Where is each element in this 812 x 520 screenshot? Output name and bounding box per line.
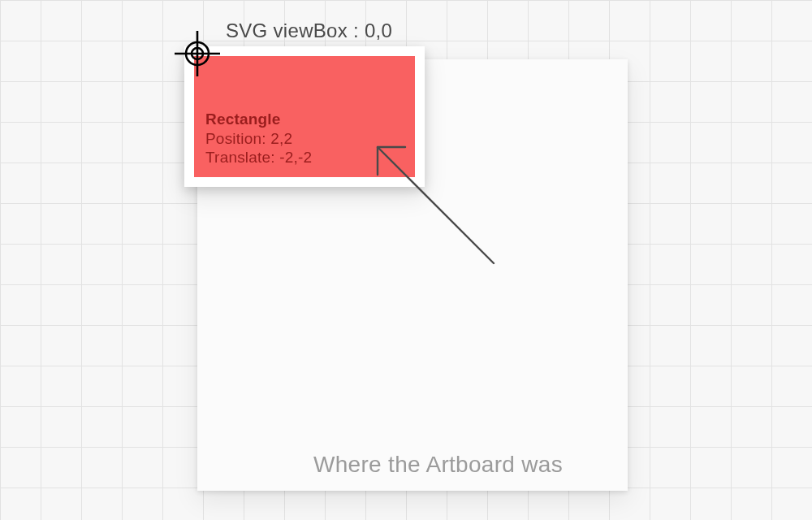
diagram-stage: Where the Artboard was Rectangle Positio… xyxy=(0,0,812,520)
viewbox-origin-label: SVG viewBox : 0,0 xyxy=(226,20,392,42)
translated-rectangle-card: Rectangle Position: 2,2 Translate: -2,-2 xyxy=(184,46,425,187)
rectangle-position: Position: 2,2 xyxy=(205,130,292,147)
rectangle-title: Rectangle xyxy=(205,110,312,129)
rectangle-fill: Rectangle Position: 2,2 Translate: -2,-2 xyxy=(194,56,415,177)
artboard-caption: Where the Artboard was xyxy=(313,452,563,478)
crosshair-icon xyxy=(175,31,220,76)
rectangle-translate: Translate: -2,-2 xyxy=(205,149,312,166)
rectangle-properties: Rectangle Position: 2,2 Translate: -2,-2 xyxy=(205,110,312,167)
